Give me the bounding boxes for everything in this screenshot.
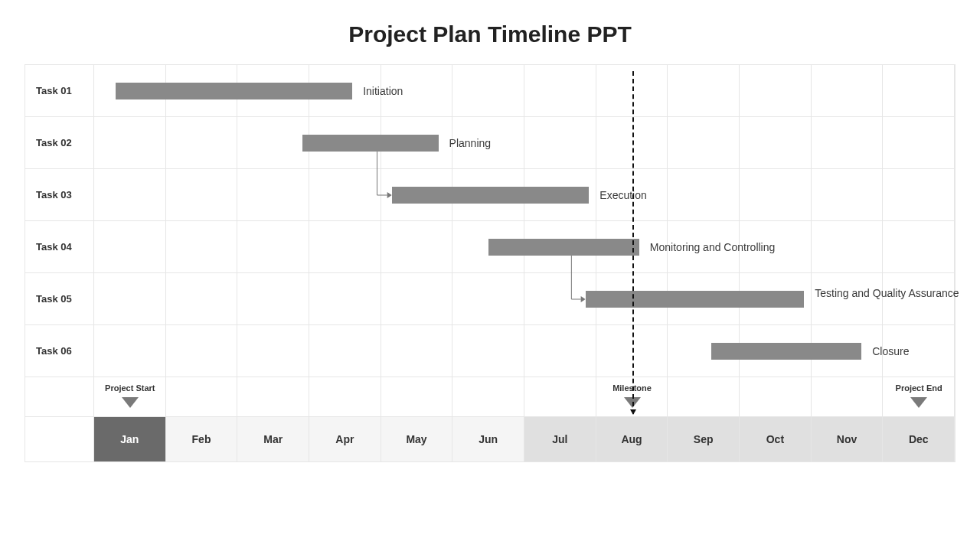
grid-cell — [883, 221, 955, 272]
grid-cell — [237, 117, 309, 168]
task-name: Task 03 — [25, 169, 94, 220]
month-cell: Aug — [596, 417, 668, 461]
grid-cell — [524, 377, 596, 416]
task-bar — [586, 291, 805, 308]
month-cell: Sep — [668, 417, 740, 461]
grid-cell — [166, 117, 238, 168]
task-name: Task 02 — [25, 117, 94, 168]
grid-cell — [381, 221, 453, 272]
task-bar — [488, 239, 639, 256]
grid-cell — [309, 169, 381, 220]
grid-cell — [668, 377, 740, 416]
milestone-label: Milestone — [596, 383, 668, 393]
grid-cell — [596, 325, 668, 377]
milestone-label: Project End — [883, 383, 955, 393]
row-grid: Testing and Quality Assurance — [94, 273, 955, 324]
month-cell: Jan — [94, 417, 166, 461]
grid-cell — [94, 117, 166, 168]
month-cell: Jul — [524, 417, 596, 461]
grid-cell — [883, 65, 955, 116]
grid-cell — [381, 273, 453, 324]
grid-cell — [309, 273, 381, 324]
row-grid: Execution — [94, 169, 955, 220]
grid-cell — [740, 65, 812, 116]
month-cell: Mar — [237, 417, 309, 461]
milestone-marker-icon — [910, 397, 927, 408]
task-name: Task 01 — [25, 65, 94, 116]
grid-cell — [166, 273, 238, 324]
grid-cell — [94, 221, 166, 272]
grid-cell — [883, 117, 955, 168]
task-row: Task 03Execution — [25, 169, 955, 221]
task-bar-label: Initiation — [363, 85, 531, 98]
grid-cell — [309, 221, 381, 272]
grid-cell — [381, 377, 453, 416]
month-row-spacer — [25, 417, 94, 461]
row-grid: Initiation — [94, 65, 955, 116]
grid-cell — [883, 169, 955, 220]
grid-cell — [740, 377, 812, 416]
milestone-marker-icon — [624, 397, 641, 408]
grid-cell — [812, 169, 884, 220]
milestone-row: Project StartMilestoneProject End — [25, 377, 955, 417]
month-cell: Oct — [740, 417, 812, 461]
grid-cell — [812, 377, 884, 416]
month-cell: Jun — [452, 417, 524, 461]
milestone-label: Project Start — [94, 383, 166, 393]
grid-cell — [596, 65, 668, 116]
task-name: Task 04 — [25, 221, 94, 272]
grid-cell — [668, 65, 740, 116]
task-name: Task 05 — [25, 273, 94, 324]
grid-cell — [740, 117, 812, 168]
grid-cell — [381, 325, 453, 377]
task-row: Task 06Closure — [25, 325, 955, 377]
grid-cell — [452, 273, 524, 324]
grid-cell — [812, 65, 884, 116]
grid-cell — [668, 117, 740, 168]
month-cell: Dec — [883, 417, 955, 461]
grid-cell — [166, 377, 238, 416]
month-axis-row: JanFebMarAprMayJunJulAugSepOctNovDec — [25, 417, 955, 461]
month-cell: Feb — [166, 417, 238, 461]
grid-cell — [237, 377, 309, 416]
grid-cell — [94, 325, 166, 377]
month-cell: May — [381, 417, 453, 461]
task-bar-label: Closure — [872, 345, 980, 358]
row-grid: Monitoring and Controlling — [94, 221, 955, 272]
grid-cell — [812, 221, 884, 272]
svg-marker-1 — [624, 397, 641, 408]
task-row: Task 02Planning — [25, 117, 955, 169]
grid-cell — [166, 169, 238, 220]
task-row: Task 01Initiation — [25, 65, 955, 117]
grid-cell — [237, 221, 309, 272]
month-cell: Nov — [812, 417, 884, 461]
task-bar-label: Monitoring and Controlling — [650, 241, 818, 254]
grid-cell — [166, 221, 238, 272]
task-bar — [302, 135, 439, 152]
grid-cell — [237, 325, 309, 377]
task-row: Task 05Testing and Quality Assurance — [25, 273, 955, 325]
gantt-chart: Task 01InitiationTask 02PlanningTask 03E… — [24, 64, 956, 462]
grid-cell — [452, 325, 524, 377]
grid-cell — [166, 325, 238, 377]
task-bar — [711, 343, 862, 360]
row-grid: Planning — [94, 117, 955, 168]
task-row: Task 04Monitoring and Controlling — [25, 221, 955, 273]
task-bar — [392, 187, 590, 204]
milestone-row-spacer — [25, 377, 94, 416]
month-cell: Apr — [309, 417, 381, 461]
grid-cell — [452, 377, 524, 416]
task-bar-label: Planning — [449, 137, 618, 150]
grid-cell — [309, 325, 381, 377]
task-bar-label: Execution — [599, 189, 768, 202]
month-cells: JanFebMarAprMayJunJulAugSepOctNovDec — [94, 417, 955, 461]
task-name: Task 06 — [25, 325, 94, 377]
milestone-marker-icon — [122, 397, 139, 408]
grid-cell — [524, 325, 596, 377]
milestone-grid: Project StartMilestoneProject End — [94, 377, 955, 416]
grid-cell — [524, 65, 596, 116]
svg-marker-2 — [910, 397, 927, 408]
row-grid: Closure — [94, 325, 955, 377]
grid-cell — [309, 377, 381, 416]
grid-cell — [237, 273, 309, 324]
